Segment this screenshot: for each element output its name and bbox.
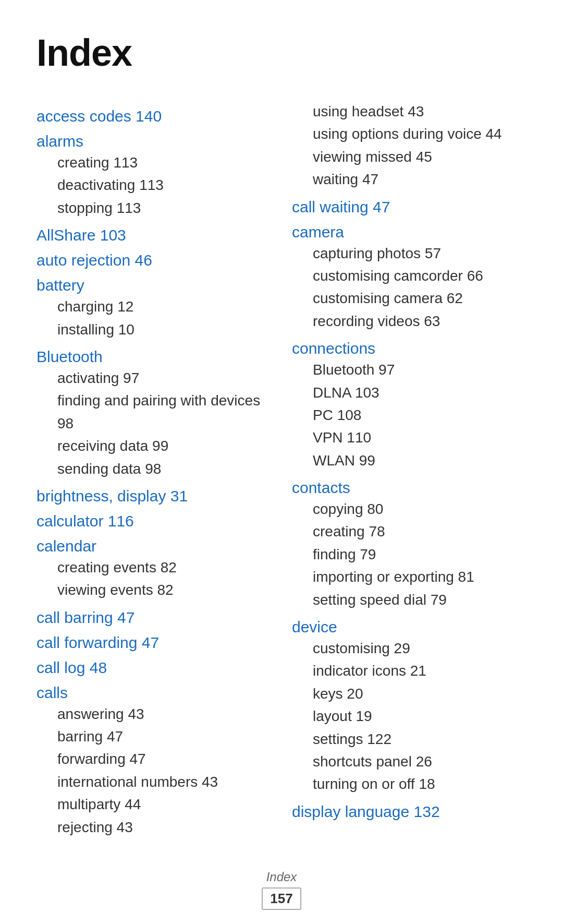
index-content: access codes 140alarmscreating 113deacti…	[36, 100, 527, 838]
index-heading: Bluetooth	[36, 348, 271, 366]
index-subitem: barring 47	[36, 725, 271, 748]
index-heading: call barring 47	[36, 609, 271, 627]
index-subitem: importing or exporting 81	[292, 566, 527, 588]
index-subitem: capturing photos 57	[292, 242, 527, 265]
index-subitem: using options during voice 44	[292, 123, 527, 145]
right-column: using headset 43using options during voi…	[287, 100, 527, 838]
index-subitem: WLAN 99	[292, 449, 527, 472]
index-subitem: Bluetooth 97	[292, 358, 527, 381]
page-title: Index	[36, 31, 527, 74]
index-subitem: creating events 82	[36, 556, 271, 579]
index-subitem: copying 80	[292, 498, 527, 520]
index-subitem: creating 113	[36, 151, 271, 174]
index-heading: device	[292, 618, 527, 636]
index-subitem: deactivating 113	[36, 174, 271, 196]
index-subitem: viewing missed 45	[292, 146, 527, 168]
footer-label: Index	[36, 870, 527, 884]
index-subitem: layout 19	[292, 705, 527, 727]
index-subitem: installing 10	[36, 318, 271, 341]
footer-page-number: 157	[262, 887, 301, 910]
index-heading: camera	[292, 223, 527, 241]
index-heading: connections	[292, 340, 527, 357]
index-subitem: using headset 43	[292, 100, 527, 123]
index-subitem: setting speed dial 79	[292, 589, 527, 611]
index-subitem: receiving data 99	[36, 435, 271, 457]
index-subitem: DLNA 103	[292, 381, 527, 404]
index-heading: call log 48	[36, 659, 271, 677]
index-heading: brightness, display 31	[36, 487, 271, 505]
index-subitem: finding 79	[292, 543, 527, 566]
index-subitem: answering 43	[36, 703, 271, 725]
index-heading: alarms	[36, 133, 271, 150]
index-subitem: waiting 47	[292, 168, 527, 190]
index-subitem: international numbers 43	[36, 771, 271, 793]
index-subitem: viewing events 82	[36, 579, 271, 601]
index-subitem: multiparty 44	[36, 793, 271, 815]
index-heading: contacts	[292, 479, 527, 497]
index-heading: calendar	[36, 537, 271, 555]
index-heading: call waiting 47	[292, 198, 527, 216]
left-column: access codes 140alarmscreating 113deacti…	[36, 100, 287, 838]
index-heading: access codes 140	[36, 107, 271, 125]
index-subitem: rejecting 43	[36, 816, 271, 838]
index-subitem: turning on or off 18	[292, 773, 527, 795]
index-heading: call forwarding 47	[36, 634, 271, 652]
index-subitem: activating 97	[36, 367, 271, 389]
index-heading: AllShare 103	[36, 226, 271, 244]
index-subitem: PC 108	[292, 404, 527, 426]
index-subitem: settings 122	[292, 728, 527, 750]
index-subitem: creating 78	[292, 520, 527, 543]
index-heading: calculator 116	[36, 512, 271, 530]
index-subitem: recording videos 63	[292, 310, 527, 332]
index-heading: auto rejection 46	[36, 251, 271, 269]
index-subitem: stopping 113	[36, 197, 271, 219]
footer: Index 157	[36, 870, 527, 910]
index-subitem: finding and pairing with devices 98	[36, 389, 271, 435]
index-subitem: indicator icons 21	[292, 659, 527, 682]
index-subitem: keys 20	[292, 682, 527, 705]
index-subitem: charging 12	[36, 295, 271, 318]
index-heading: calls	[36, 684, 271, 702]
index-heading: battery	[36, 277, 271, 294]
index-subitem: customising 29	[292, 637, 527, 659]
index-subitem: sending data 98	[36, 458, 271, 480]
index-subitem: shortcuts panel 26	[292, 750, 527, 773]
index-subitem: customising camera 62	[292, 287, 527, 309]
index-subitem: customising camcorder 66	[292, 265, 527, 287]
index-subitem: VPN 110	[292, 426, 527, 449]
index-subitem: forwarding 47	[36, 748, 271, 770]
index-heading: display language 132	[292, 803, 527, 821]
